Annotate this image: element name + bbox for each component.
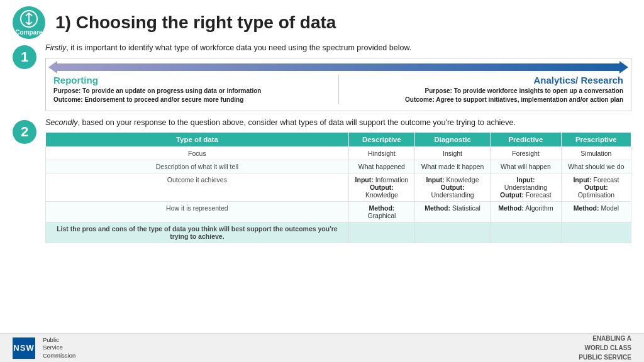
footer: NSW Public Service Commission ENABLING A… xyxy=(0,333,644,362)
table-row: Focus Hindsight Insight Foresight Simula… xyxy=(46,147,631,160)
row4-pred-rest: Algorithm xyxy=(524,204,553,212)
row4-prescriptive: Method: Model xyxy=(561,202,631,222)
row1-diagnostic: Insight xyxy=(415,147,491,160)
page-wrapper: Compare 1) Choosing the right type of da… xyxy=(0,0,644,362)
row3-diag-bold1: Input: xyxy=(426,176,445,184)
row2-prescriptive: What should we do xyxy=(561,160,631,173)
step-badge-2: 2 xyxy=(13,120,36,144)
table-row: List the pros and cons of the type of da… xyxy=(46,222,631,243)
spectrum-left: Reporting Purpose: To provide an update … xyxy=(53,75,332,104)
spectrum-right-purpose: Purpose: To provide workforce insights t… xyxy=(352,87,624,104)
nsw-logo-text: NSW xyxy=(13,343,34,353)
page-title: 1) Choosing the right type of data xyxy=(55,13,336,33)
footer-org: Public Service Commission xyxy=(43,336,75,359)
spectrum-right-heading: Analytics/ Research xyxy=(352,75,624,85)
section1: 1 Firstly, it is important to identify w… xyxy=(13,43,631,111)
nsw-logo-box: NSW xyxy=(13,337,35,359)
footer-org-line1: Public xyxy=(43,336,75,344)
col-header-diagnostic: Diagnostic xyxy=(415,133,491,147)
row5-col2 xyxy=(348,222,414,243)
row3-desc-rest1: Information xyxy=(374,176,408,184)
row3-diagnostic: Input: KnowledgeOutput: Understanding xyxy=(415,173,491,202)
left-purpose-label: Purpose xyxy=(53,87,79,94)
spectrum-divider xyxy=(338,75,339,104)
row4-pred-bold: Method: xyxy=(498,204,524,212)
section2-content: Secondly, based on your response to the … xyxy=(45,118,631,244)
row5-col5 xyxy=(561,222,631,243)
row3-diag-rest2: Understanding xyxy=(431,191,474,199)
row3-pred-bold2: Output: xyxy=(500,191,524,199)
row5-col4 xyxy=(491,222,562,243)
section1-italic: Firstly xyxy=(45,43,66,52)
row3-pred-rest1: Understanding xyxy=(504,184,547,191)
row3-descriptive: Input: InformationOutput: Knowledge xyxy=(348,173,414,202)
row4-pres-bold: Method: xyxy=(574,204,599,212)
section1-text: Firstly, it is important to identify wha… xyxy=(45,43,631,54)
row3-pres-rest2: Optimisation xyxy=(578,191,614,199)
right-outcome-text: : Agree to support initiatives, implemen… xyxy=(432,96,623,103)
col-header-predictive: Predictive xyxy=(491,133,562,147)
left-purpose-text: : To provide an update on progress using… xyxy=(79,87,261,94)
main-content: 1 Firstly, it is important to identify w… xyxy=(0,43,644,333)
spectrum-right: Analytics/ Research Purpose: To provide … xyxy=(345,75,624,104)
row5-col3 xyxy=(415,222,491,243)
row1-predictive: Foresight xyxy=(491,147,562,160)
left-outcome-text: : Endorsement to proceed and/or secure m… xyxy=(80,96,243,103)
row3-pred-rest2: Forecast xyxy=(524,191,552,199)
icon-label: Compare xyxy=(15,29,42,36)
row3-pres-rest1: Forecast xyxy=(592,176,619,184)
nsw-logo: NSW xyxy=(13,337,35,359)
row3-diag-bold2: Output: xyxy=(441,184,465,191)
footer-right-text: ENABLING AWORLD CLASSPUBLIC SERVICE xyxy=(579,334,631,362)
row2-descriptive: What happened xyxy=(348,160,414,173)
row4-diag-bold: Method: xyxy=(425,204,450,212)
spectrum-box: Reporting Purpose: To provide an update … xyxy=(45,58,631,111)
row3-pres-bold1: Input: xyxy=(573,176,591,184)
footer-org-line2: Service xyxy=(43,344,75,351)
table-row: How it is represented Method: Graphical … xyxy=(46,202,631,222)
footer-org-line3: Commission xyxy=(43,352,75,359)
row1-label: Focus xyxy=(46,147,349,160)
row2-predictive: What will happen xyxy=(491,160,562,173)
row3-desc-bold1: Input: xyxy=(355,176,374,184)
section2: 2 Secondly, based on your response to th… xyxy=(13,118,631,244)
table-row: Description of what it will tell What ha… xyxy=(46,160,631,173)
row1-prescriptive: Simulation xyxy=(561,147,631,160)
row4-descriptive: Method: Graphical xyxy=(348,202,414,222)
right-purpose-text: : To provide workforce insights to open … xyxy=(450,87,623,94)
row4-predictive: Method: Algorithm xyxy=(491,202,562,222)
row4-diag-rest: Statistical xyxy=(450,204,480,212)
row5-note: List the pros and cons of the type of da… xyxy=(46,222,349,243)
col-header-type: Type of data xyxy=(46,133,349,147)
data-table: Type of data Descriptive Diagnostic Pred… xyxy=(45,132,631,243)
section2-text: Secondly, based on your response to the … xyxy=(45,118,631,129)
spectrum-left-purpose: Purpose: To provide an update on progres… xyxy=(53,87,326,104)
left-outcome-label: Outcome xyxy=(53,96,80,103)
row3-predictive: Input: UnderstandingOutput: Forecast xyxy=(491,173,562,202)
row3-desc-rest2: Knowledge xyxy=(365,191,398,199)
row3-diag-rest1: Knowledge xyxy=(445,176,479,184)
row1-descriptive: Hindsight xyxy=(348,147,414,160)
row4-diagnostic: Method: Statistical xyxy=(415,202,491,222)
row3-pred-bold1: Input: xyxy=(516,176,535,184)
table-row: Outcome it achieves Input: InformationOu… xyxy=(46,173,631,202)
compare-icon-circle: Compare xyxy=(13,6,45,39)
row2-diagnostic: What made it happen xyxy=(415,160,491,173)
header: Compare 1) Choosing the right type of da… xyxy=(0,0,644,43)
right-outcome-label: Outcome xyxy=(405,96,432,103)
section1-content: Firstly, it is important to identify wha… xyxy=(45,43,631,111)
row2-label: Description of what it will tell xyxy=(46,160,349,173)
col-header-prescriptive: Prescriptive xyxy=(561,133,631,147)
step-badge-1: 1 xyxy=(13,45,36,69)
row4-desc-rest: Graphical xyxy=(367,212,396,219)
row4-desc-bold: Method: xyxy=(369,204,394,212)
section2-text-rest: , based on your response to the question… xyxy=(77,118,516,127)
row3-label: Outcome it achieves xyxy=(46,173,349,202)
spectrum-arrow xyxy=(53,63,623,71)
right-purpose-label: Purpose xyxy=(425,87,450,94)
section2-italic: Secondly xyxy=(45,118,77,127)
row3-pres-bold2: Output: xyxy=(584,184,608,191)
spectrum-cols: Reporting Purpose: To provide an update … xyxy=(53,75,623,104)
row3-desc-bold2: Output: xyxy=(370,184,394,191)
row4-pres-rest: Model xyxy=(599,204,619,212)
